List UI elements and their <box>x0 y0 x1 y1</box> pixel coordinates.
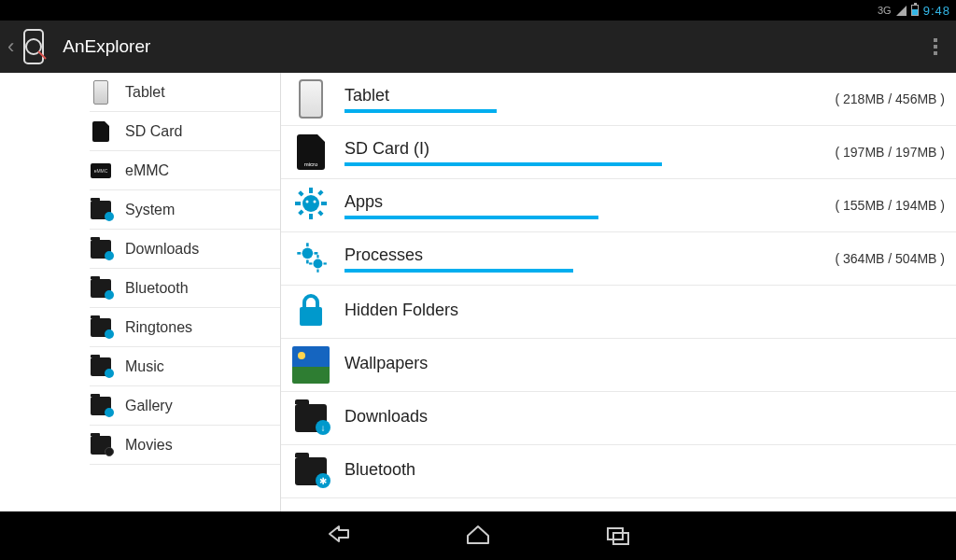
lock-icon <box>290 291 331 332</box>
row-label: Tablet <box>344 86 826 105</box>
svg-rect-10 <box>317 189 323 195</box>
sidebar-item-ringtones[interactable]: Ringtones <box>90 308 280 347</box>
sidebar-item-label: SD Card <box>125 123 182 140</box>
sidebar-item-bluetooth[interactable]: Bluetooth <box>90 269 280 308</box>
signal-icon <box>896 6 907 16</box>
usage-bar <box>344 216 598 219</box>
usage-text: ( 197MB / 197MB ) <box>826 145 946 160</box>
sdcard-icon <box>90 119 112 145</box>
app-logo-icon[interactable] <box>18 28 49 65</box>
svg-rect-22 <box>309 262 312 264</box>
sidebar-item-system[interactable]: System <box>90 190 280 230</box>
nav-back-button[interactable] <box>324 521 352 551</box>
sidebar-item-sd-card[interactable]: SD Card <box>90 112 280 151</box>
row-label: SD Card (I) <box>344 139 826 159</box>
sdcard-icon: micro <box>290 132 331 173</box>
content-area: TabletSD CardeMMCeMMCSystemDownloadsBlue… <box>0 73 956 511</box>
overflow-menu-icon[interactable] <box>922 31 949 63</box>
tablet-icon <box>290 78 331 119</box>
sidebar-item-music[interactable]: Music <box>90 347 280 386</box>
sidebar[interactable]: TabletSD CardeMMCeMMCSystemDownloadsBlue… <box>0 73 280 511</box>
sidebar-item-label: eMMC <box>125 162 169 179</box>
svg-rect-23 <box>324 262 327 264</box>
sidebar-item-emmc[interactable]: eMMCeMMC <box>90 151 280 190</box>
row-label: Wallpapers <box>344 354 945 373</box>
storage-row-processes[interactable]: Processes( 364MB / 504MB ) <box>281 232 956 286</box>
svg-rect-4 <box>309 188 313 193</box>
folder-bt-icon <box>90 275 112 301</box>
svg-rect-11 <box>298 209 303 215</box>
nav-recent-button[interactable] <box>604 521 632 551</box>
folder-mov-icon <box>90 432 112 458</box>
storage-row-hidden-folders[interactable]: Hidden Folders <box>281 286 956 339</box>
storage-row-wallpapers[interactable]: Wallpapers <box>281 339 956 392</box>
svg-rect-20 <box>316 255 318 258</box>
svg-rect-21 <box>316 270 318 273</box>
sidebar-item-label: Downloads <box>125 241 199 258</box>
status-bar: 3G 9:48 <box>0 0 956 21</box>
storage-row-bluetooth[interactable]: ✱Bluetooth <box>281 445 956 498</box>
svg-point-3 <box>302 195 319 212</box>
svg-rect-7 <box>321 202 327 205</box>
folder-note-icon <box>90 354 112 380</box>
row-label: Processes <box>344 245 826 265</box>
tablet-icon <box>90 79 112 105</box>
network-label: 3G <box>878 5 892 16</box>
sidebar-item-label: Tablet <box>125 84 165 101</box>
svg-point-19 <box>314 259 323 269</box>
clock: 9:48 <box>923 4 950 18</box>
wallpaper-icon <box>290 344 331 385</box>
sidebar-item-label: Ringtones <box>125 319 192 336</box>
proc-gears-icon <box>290 238 331 279</box>
sidebar-item-movies[interactable]: Movies <box>90 426 280 465</box>
svg-point-12 <box>306 201 309 203</box>
sidebar-item-label: Music <box>125 358 164 375</box>
back-caret-icon[interactable]: ‹ <box>7 35 14 59</box>
svg-rect-17 <box>297 252 301 255</box>
usage-text: ( 364MB / 504MB ) <box>826 251 946 266</box>
usage-bar <box>344 162 662 166</box>
row-label: Hidden Folders <box>344 301 945 320</box>
app-title: AnExplorer <box>63 36 922 57</box>
action-bar: ‹ AnExplorer <box>0 21 956 73</box>
sidebar-item-label: Bluetooth <box>125 280 189 297</box>
folder-gear-icon <box>90 197 112 223</box>
svg-rect-6 <box>295 202 301 205</box>
sidebar-item-label: Movies <box>125 437 173 454</box>
svg-rect-16 <box>306 260 309 264</box>
svg-rect-9 <box>317 210 323 216</box>
storage-row-sd-card-i-[interactable]: microSD Card (I)( 197MB / 197MB ) <box>281 126 956 179</box>
svg-rect-24 <box>300 307 322 326</box>
storage-row-downloads[interactable]: ↓Downloads <box>281 392 956 445</box>
folder-note-icon <box>90 315 112 341</box>
emmc-icon: eMMC <box>90 158 112 184</box>
folder-pic-icon <box>90 393 112 419</box>
sidebar-item-label: System <box>125 202 175 218</box>
sidebar-item-tablet[interactable]: Tablet <box>90 73 280 112</box>
svg-point-14 <box>302 248 314 259</box>
system-nav-bar <box>0 511 956 560</box>
usage-text: ( 155MB / 194MB ) <box>826 198 946 213</box>
storage-row-tablet[interactable]: Tablet( 218MB / 456MB ) <box>281 73 956 126</box>
nav-home-button[interactable] <box>464 521 492 551</box>
row-label: Downloads <box>344 407 945 427</box>
row-label: Apps <box>344 192 826 212</box>
usage-bar <box>344 109 497 113</box>
sidebar-item-downloads[interactable]: Downloads <box>90 230 280 269</box>
sidebar-item-label: Gallery <box>125 398 173 414</box>
svg-rect-15 <box>306 243 309 246</box>
usage-text: ( 218MB / 456MB ) <box>826 91 946 106</box>
row-label: Bluetooth <box>344 460 945 480</box>
usage-bar <box>344 269 573 273</box>
svg-rect-8 <box>298 190 303 196</box>
sidebar-item-gallery[interactable]: Gallery <box>90 386 280 426</box>
folder-down-icon: ↓ <box>290 398 331 439</box>
storage-row-apps[interactable]: Apps( 155MB / 194MB ) <box>281 179 956 232</box>
svg-point-13 <box>314 201 316 203</box>
folder-bt-icon: ✱ <box>290 451 331 492</box>
battery-icon <box>911 5 919 16</box>
svg-rect-5 <box>309 214 313 219</box>
main-list[interactable]: Tablet( 218MB / 456MB )microSD Card (I)(… <box>280 73 956 511</box>
folder-down-icon <box>90 236 112 262</box>
apps-gear-icon <box>290 185 331 226</box>
